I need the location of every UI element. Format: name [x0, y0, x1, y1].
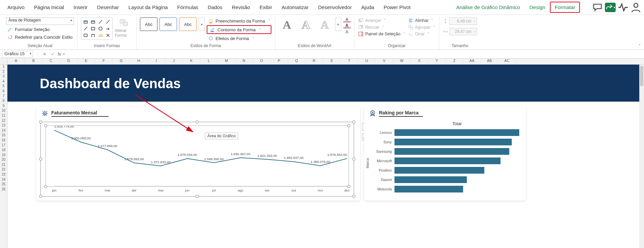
shape-gallery[interactable] — [81, 17, 113, 40]
wordart-preset-1[interactable]: A — [279, 17, 295, 32]
shape-fill-dropdown[interactable]: Preenchimento da Forma — [207, 17, 271, 24]
vertical-scrollbar[interactable] — [639, 65, 644, 248]
group-shape-styles: Abc Abc Abc ▾ Preenchimento da Forma Con… — [137, 16, 275, 49]
account-button[interactable] — [631, 3, 641, 12]
enter-formula-button[interactable]: ✓ — [50, 51, 56, 57]
svg-rect-12 — [360, 19, 363, 21]
dashboard-title: Dashboard de Vendas — [40, 76, 181, 91]
svg-rect-5 — [84, 34, 87, 37]
svg-text:Samsung: Samsung — [376, 149, 392, 153]
tab-home[interactable]: Página Inicial — [29, 1, 69, 13]
revenue-chart-title: Faturamento Mensal — [51, 110, 97, 115]
group-label-wordart: Estilos de WordArt — [279, 42, 351, 49]
shape-fill-label: Preenchimento da Forma — [215, 19, 265, 24]
share-button[interactable]: ▾ — [605, 3, 616, 12]
tab-help[interactable]: Ajuda — [356, 1, 379, 13]
comments-button[interactable] — [592, 3, 603, 12]
effects-icon — [208, 36, 213, 41]
group-label-size: Tamanho — [443, 42, 477, 49]
group-size: 6,49 cm 29,47 cm Tamanho — [439, 16, 480, 49]
svg-text:mar: mar — [105, 188, 111, 192]
text-fill-dropdown[interactable]: A — [343, 17, 351, 22]
group-label-arrange: Organizar — [358, 42, 436, 49]
svg-text:jul: jul — [212, 188, 215, 192]
svg-text:dez: dez — [344, 188, 350, 192]
grid-canvas[interactable]: Dashboard de Vendas $ Faturamento Mensal — [7, 65, 644, 248]
svg-text:Positivo: Positivo — [379, 168, 392, 172]
svg-point-10 — [209, 37, 212, 40]
tab-data[interactable]: Dados — [203, 1, 227, 13]
column-headers[interactable]: ABCDEFGHIJKLMNOPQRSTUVWXYZAAABAC — [7, 59, 644, 65]
group-button[interactable]: Agrupar — [408, 24, 436, 30]
svg-text:fev: fev — [79, 188, 83, 192]
tab-insert[interactable]: Inserir — [69, 1, 92, 13]
tab-draw[interactable]: Desenhar — [92, 1, 124, 13]
svg-rect-18 — [411, 27, 413, 29]
format-selection-button[interactable]: Formatar Seleção — [6, 26, 74, 33]
formula-input[interactable] — [67, 51, 642, 58]
ribbon-collapse-button[interactable]: ˅ — [639, 44, 641, 48]
svg-rect-17 — [409, 25, 411, 27]
align-button[interactable]: Alinhar — [408, 17, 436, 23]
brand-chart-card: $ Raking por Marca TotalLenovoSonySamsun… — [364, 106, 526, 201]
tab-page-layout[interactable]: Layout da Página — [124, 1, 173, 13]
svg-text:Lenovo: Lenovo — [380, 131, 392, 135]
text-outline-dropdown[interactable]: A — [343, 24, 351, 28]
cancel-formula-button[interactable]: ✕ — [41, 51, 48, 57]
shape-style-preset-1[interactable]: Abc — [140, 17, 157, 31]
send-backward-button[interactable]: Recuar — [358, 24, 406, 30]
group-insert-shapes: Alterar Forma Inserir Formas — [78, 16, 137, 49]
name-box[interactable]: Gráfico 15 — [2, 51, 33, 58]
svg-text:nov: nov — [318, 188, 323, 192]
shape-style-more[interactable]: ▾ — [199, 17, 205, 31]
tab-review[interactable]: Revisão — [227, 1, 255, 13]
svg-text:Motorola: Motorola — [377, 187, 392, 191]
backward-icon — [358, 25, 363, 30]
shape-outline-dropdown[interactable]: Contorno da Forma — [207, 25, 271, 34]
height-icon — [443, 19, 448, 24]
reset-style-button[interactable]: Redefinir para Coincidir Estilo — [6, 34, 74, 40]
text-effects-dropdown[interactable]: A — [343, 30, 351, 34]
wordart-preset-3[interactable]: A — [316, 17, 333, 32]
bring-forward-button[interactable]: Avançar — [358, 17, 406, 23]
group-arrange: Avançar Recuar Painel de Seleção Alinhar… — [354, 16, 439, 49]
change-shape-label: Alterar Forma — [115, 28, 133, 38]
svg-text:Marca: Marca — [365, 158, 370, 168]
chart-element-dropdown[interactable]: Área de Plotagem — [6, 17, 74, 25]
dollar-burst-icon: $ — [41, 110, 49, 117]
shape-style-preset-3[interactable]: Abc — [179, 17, 197, 31]
shape-width-input[interactable]: 29,47 cm — [449, 28, 477, 35]
comment-icon — [592, 2, 603, 12]
svg-rect-62 — [394, 186, 463, 192]
shape-style-preset-2[interactable]: Abc — [159, 17, 177, 31]
tab-file[interactable]: Arquivo — [3, 1, 29, 13]
row-headers[interactable]: 1234567891011121314151617181920212223242… — [0, 59, 7, 248]
shape-outline-label: Contorno da Forma — [217, 27, 256, 32]
reset-icon — [7, 34, 13, 40]
svg-text:abr: abr — [131, 188, 137, 192]
selection-pane-button[interactable]: Painel de Seleção — [358, 31, 406, 37]
tab-formulas[interactable]: Fórmulas — [173, 1, 203, 13]
wordart-preset-2[interactable]: A — [297, 17, 314, 32]
tab-power-pivot[interactable]: Power Pivot — [379, 1, 415, 13]
svg-text:Xiaomi: Xiaomi — [380, 178, 392, 182]
wordart-more[interactable]: ▾ — [335, 17, 341, 31]
tab-bar: Arquivo Página Inicial Inserir Desenhar … — [0, 0, 644, 15]
svg-rect-50 — [394, 129, 519, 136]
tab-design[interactable]: Design — [525, 1, 550, 13]
worksheet: 1234567891011121314151617181920212223242… — [0, 59, 644, 248]
tab-format[interactable]: Formatar — [550, 2, 580, 13]
rotate-button[interactable]: Girar — [408, 31, 436, 37]
tab-developer[interactable]: Desenvolvedor — [313, 1, 356, 13]
forward-icon — [358, 18, 363, 23]
shape-effects-dropdown[interactable]: Efeitos de Forma — [207, 35, 271, 42]
tab-pivotchart-analyze[interactable]: Análise de Gráfico Dinâmico — [451, 1, 525, 13]
svg-rect-58 — [394, 167, 484, 174]
reset-style-label: Redefinir para Coincidir Estilo — [15, 35, 72, 40]
shape-height-input[interactable]: 6,49 cm — [449, 17, 477, 25]
svg-text:Total: Total — [452, 121, 462, 126]
svg-rect-7 — [123, 22, 127, 26]
tab-view[interactable]: Exibir — [255, 1, 277, 13]
activity-button[interactable] — [618, 3, 628, 12]
tab-automate[interactable]: Automatizar — [277, 1, 313, 13]
